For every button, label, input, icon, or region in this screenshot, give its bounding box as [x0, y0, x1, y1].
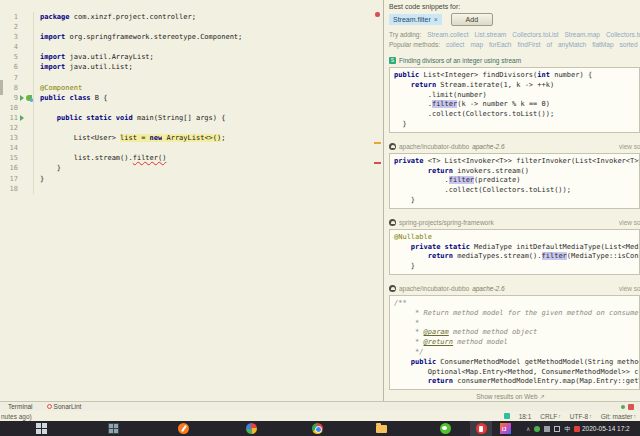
snippet-code-box[interactable]: @Nullable private static MediaType initD… — [389, 229, 640, 275]
active-app-button[interactable] — [470, 421, 492, 436]
tray-window-icon[interactable] — [554, 426, 560, 432]
calculator-app-icon[interactable] — [108, 423, 119, 434]
code-line[interactable]: 16 } — [0, 163, 383, 173]
add-button[interactable]: Add — [451, 13, 493, 26]
line-number: 15 — [0, 153, 18, 163]
code-line[interactable]: 2 — [0, 22, 383, 32]
suggestion-link[interactable]: Collectors.toList — [512, 31, 558, 38]
suggestion-link[interactable]: of — [547, 41, 552, 48]
code-line[interactable]: 10 — [0, 103, 383, 113]
code-line[interactable]: 1package com.xinzf.project.controller; — [0, 12, 383, 22]
active-app-icon — [476, 423, 487, 434]
error-stripe[interactable] — [374, 0, 382, 401]
run-icon[interactable] — [20, 115, 24, 121]
code-line[interactable]: 9public class B { — [0, 93, 383, 103]
code-editor[interactable]: 1package com.xinzf.project.controller;23… — [0, 0, 383, 401]
suggestion-link[interactable]: Stream.map — [565, 31, 600, 38]
start-button[interactable] — [36, 423, 47, 434]
browser-app-icon[interactable] — [246, 423, 257, 434]
line-ending-selector[interactable]: CRLF ↕ — [540, 413, 560, 420]
snippet-header: SFinding divisors of an integer using st… — [389, 56, 640, 65]
terminal-button[interactable]: Terminal — [8, 403, 33, 410]
code-line[interactable]: 5import java.util.ArrayList; — [0, 52, 383, 62]
show-results-web-link[interactable]: Show results on Web ↗ — [389, 393, 640, 401]
view-source-link[interactable]: view source — [619, 285, 640, 292]
suggestion-link[interactable]: collect — [446, 41, 464, 48]
git-branch-selector[interactable]: Git: master ↕ — [601, 413, 636, 420]
view-source-link[interactable]: view source — [619, 219, 640, 226]
suggestion-link[interactable]: Stream.collect — [427, 31, 468, 38]
suggestion-link[interactable]: List.stream — [474, 31, 506, 38]
web-source-icon: S — [389, 57, 396, 64]
suggestion-link[interactable]: findFirst — [517, 41, 540, 48]
music-app-icon[interactable] — [178, 423, 189, 434]
chevron-updown-icon: ↕ — [558, 413, 561, 419]
snippet-code-box[interactable]: /** * Return method model for the given … — [389, 295, 640, 390]
gutter — [18, 113, 33, 123]
repo-name[interactable]: spring-projects/spring-framework — [399, 219, 494, 226]
code-text: import org.springframework.stereotype.Co… — [33, 32, 242, 42]
gutter — [18, 12, 33, 22]
chip-close-icon[interactable]: × — [434, 16, 438, 23]
lint-status-icon[interactable] — [504, 413, 510, 419]
github-icon — [389, 219, 396, 226]
suggestion-link[interactable]: sorted — [620, 41, 638, 48]
code-line[interactable]: 6import java.util.List; — [0, 62, 383, 72]
tray-security-icon[interactable] — [574, 426, 580, 432]
code-line[interactable]: 8@Component — [0, 83, 383, 93]
search-token-chip[interactable]: Stream.filter × — [389, 14, 442, 25]
code-line[interactable]: 13 List<User> list = new ArrayList<>(); — [0, 133, 383, 143]
suggestion-link[interactable]: map — [470, 41, 483, 48]
tool-window-handle[interactable] — [0, 80, 3, 95]
sonarlint-label: SonarLint — [54, 403, 82, 410]
snippet-code-box[interactable]: private <T> List<Invoker<T>> filterInvok… — [389, 153, 640, 209]
code-line[interactable]: 7 — [0, 73, 383, 83]
warning-mark[interactable] — [374, 142, 381, 144]
view-source-link[interactable]: view source — [619, 143, 640, 150]
sonarlint-icon — [47, 404, 52, 409]
suggestion-link[interactable]: forEach — [489, 41, 511, 48]
snippet-title[interactable]: Finding divisors of an integer using str… — [399, 57, 521, 64]
tray-app-icon[interactable] — [544, 426, 550, 432]
code-line[interactable]: 12 — [0, 123, 383, 133]
code-line[interactable]: 14 — [0, 143, 383, 153]
chrome-app-icon[interactable] — [312, 423, 323, 434]
repo-name[interactable]: apache/incubator-dubbo — [399, 143, 469, 150]
suggestion-link[interactable]: Collectors.toSet — [606, 31, 640, 38]
wechat-app-icon[interactable] — [440, 423, 451, 434]
code-text — [33, 42, 40, 52]
code-text — [33, 103, 40, 113]
suggestion-link[interactable]: flatMap — [592, 41, 613, 48]
code-text: public static void main(String[] args) { — [33, 113, 225, 123]
tray-expand-icon[interactable]: ∧ — [526, 425, 530, 432]
code-text: } — [33, 163, 61, 173]
repo-name[interactable]: apache/incubator-dubbo — [399, 285, 469, 292]
gutter — [18, 42, 33, 52]
intellij-idea-app-icon[interactable] — [500, 423, 511, 434]
sonarlint-button[interactable]: SonarLint — [47, 403, 82, 410]
line-number: 12 — [0, 123, 18, 133]
taskbar-clock[interactable]: 2020-05-14 17:2 — [582, 425, 630, 432]
code-line[interactable]: 15 list.stream().filter() — [0, 153, 383, 163]
git-branch-value: Git: master — [601, 413, 633, 420]
input-method-indicator[interactable]: 中 — [564, 426, 570, 432]
chip-label: Stream.filter — [393, 16, 431, 23]
file-explorer-icon[interactable] — [376, 425, 387, 433]
run-icon[interactable] — [20, 95, 24, 101]
code-line[interactable]: 11 public static void main(String[] args… — [0, 113, 383, 123]
encoding-selector[interactable]: UTF-8 ↕ — [570, 413, 592, 420]
spring-bean-icon[interactable] — [26, 95, 32, 101]
code-line[interactable]: 18 — [0, 184, 383, 194]
notification-icon[interactable] — [628, 404, 634, 410]
line-number: 18 — [0, 184, 18, 194]
line-number: 4 — [0, 42, 18, 52]
tray-status-icon[interactable] — [534, 426, 540, 432]
error-mark[interactable] — [374, 162, 381, 164]
code-text: list.stream().filter() — [33, 153, 166, 163]
code-line[interactable]: 17} — [0, 174, 383, 184]
caret-position[interactable]: 18:1 — [519, 413, 532, 420]
code-line[interactable]: 3import org.springframework.stereotype.C… — [0, 32, 383, 42]
code-line[interactable]: 4 — [0, 42, 383, 52]
suggestion-link[interactable]: anyMatch — [558, 41, 586, 48]
snippet-code-box[interactable]: public List<Integer> findDivisors(int nu… — [389, 67, 640, 133]
